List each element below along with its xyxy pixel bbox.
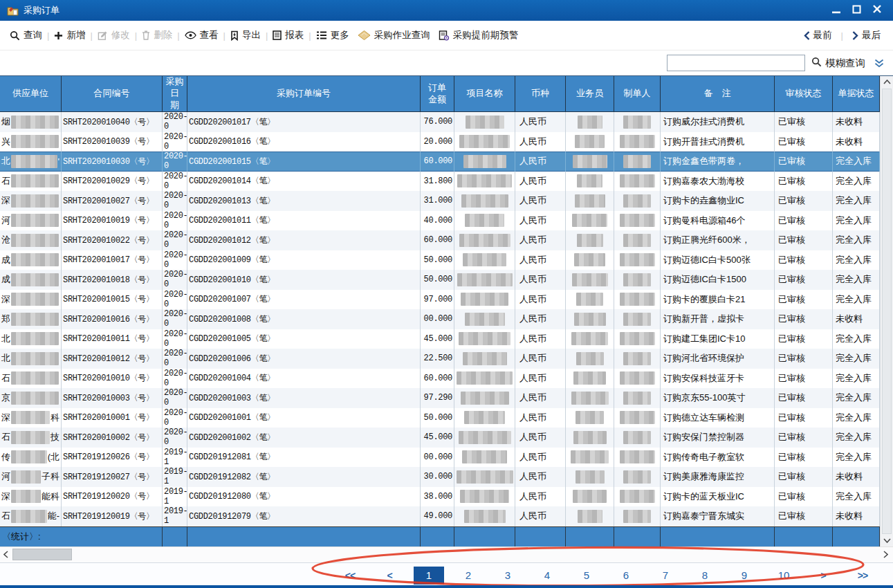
table-row[interactable]: 石SRHT2020010010〈号〉2020-0CGDD202001004〈笔〉…	[0, 369, 880, 389]
table-row[interactable]: 传(北SRHT2019120026〈号〉2019-1CGDD201912081〈…	[0, 448, 880, 468]
table-row[interactable]: 石SRHT2020010029〈号〉2020-0CGDD202001014〈笔〉…	[0, 172, 880, 192]
view-button[interactable]: 查看	[185, 29, 219, 42]
fuzzy-query-button[interactable]: 模糊查询	[811, 57, 865, 70]
expand-search-chevron-down-icon[interactable]	[874, 59, 885, 68]
redacted-text	[11, 332, 59, 345]
page-7-button[interactable]: 7	[650, 567, 681, 585]
statistics-row: 〈统计〉:	[0, 526, 880, 546]
cell-order-no: CGDD202001007〈笔〉	[187, 290, 421, 310]
column-header-audit-status[interactable]: 审核状态	[775, 76, 833, 112]
cell-currency: 人民币	[515, 349, 566, 369]
cell-purchase-date: 2020-0	[163, 408, 187, 428]
page-1-button[interactable]: 1	[414, 567, 444, 585]
table-row[interactable]: 河SRHT2020010019〈号〉2020-0CGDD202001011〈笔〉…	[0, 211, 880, 231]
cell-currency: 人民币	[515, 408, 566, 428]
query-button[interactable]: 查询	[10, 29, 42, 42]
cell-order-amount: 60.000	[421, 151, 454, 172]
cell-currency: 人民币	[515, 467, 566, 487]
cell-order-no: CGDD202001001〈笔〉	[187, 408, 421, 428]
search-input[interactable]	[667, 55, 805, 71]
supplier-visible-text: 传	[1, 451, 10, 463]
toolbar-button-label: 采购作业查询	[374, 29, 430, 42]
table-row[interactable]: 烟SRHT2020010040〈号〉2020-0CGDD202001017〈笔〉…	[0, 112, 880, 132]
column-header-doc-status[interactable]: 单据状态	[833, 76, 880, 112]
cell-order-amount: 45.000	[421, 428, 454, 448]
scroll-up-icon[interactable]	[881, 76, 893, 88]
maximize-button[interactable]	[852, 4, 861, 17]
column-header-order-no[interactable]: 采购订单编号	[187, 76, 421, 112]
horizontal-scrollbar[interactable]	[0, 546, 893, 562]
scroll-right-icon[interactable]	[880, 551, 891, 558]
cell-salesman	[566, 309, 614, 329]
minimize-button[interactable]	[831, 4, 841, 17]
cell-doc-status: 未收料	[833, 506, 880, 526]
table-row[interactable]: 成SRHT2020010018〈号〉2020-0CGDD202001010〈笔〉…	[0, 270, 880, 290]
cell-order-amount: 50.000	[421, 408, 454, 428]
purchase-job-query-button[interactable]: 采购作业查询	[358, 29, 430, 42]
export-button[interactable]: 导出	[230, 29, 261, 42]
cell-supplier: 深	[0, 191, 62, 211]
page-3-button[interactable]: 3	[492, 567, 523, 585]
table-row[interactable]: 京SRHT2020010003〈号〉2020-0CGDD202001003〈笔〉…	[0, 388, 880, 408]
report-button[interactable]: 报表	[273, 29, 304, 42]
page-5-button[interactable]: 5	[571, 567, 602, 585]
table-row[interactable]: 深SRHT2020010027〈号〉2020-0CGDD202001013〈笔〉…	[0, 191, 880, 211]
page-first-button[interactable]: <<	[335, 567, 365, 585]
page-8-button[interactable]: 8	[690, 567, 720, 585]
table-row[interactable]: 深科SRHT2020010001〈号〉2020-0CGDD202001001〈笔…	[0, 408, 880, 428]
more-button[interactable]: 更多	[316, 29, 349, 42]
page-last-button[interactable]: >>	[847, 567, 878, 585]
page-9-button[interactable]: 9	[729, 567, 759, 585]
cell-doc-maker	[614, 172, 661, 192]
page-next-button[interactable]: >	[808, 567, 838, 585]
cell-audit-status: 已审核	[775, 172, 833, 192]
cell-currency: 人民币	[515, 448, 566, 468]
cell-doc-maker	[614, 151, 661, 172]
supplier-visible-text: 成	[1, 273, 10, 286]
cell-purchase-date: 2020-0	[163, 211, 187, 231]
redacted-text	[578, 116, 602, 129]
table-row[interactable]: 石能-SRHT2019120019〈号〉2019-1CGDD201912079〈…	[0, 506, 880, 526]
table-row[interactable]: 郑SRHT2020010016〈号〉2020-0CGDD202001008〈笔〉…	[0, 309, 880, 329]
table-row[interactable]: 深SRHT2020010015〈号〉2020-0CGDD202001007〈笔〉…	[0, 290, 880, 310]
cell-contract-no: SRHT2019120026〈号〉	[62, 448, 163, 468]
doc-gear-icon	[439, 30, 450, 41]
lead-time-warning-button[interactable]: 采购提前期预警	[439, 29, 519, 42]
add-button[interactable]: 新增	[54, 29, 85, 42]
table-row-selected[interactable]: 北'SRHT2020010030〈号〉2020-0CGDD202001015〈笔…	[0, 151, 880, 172]
go-first-button[interactable]: 最前	[804, 29, 832, 42]
table-row[interactable]: 沧SRHT2020010022〈号〉2020-0CGDD202001012〈笔〉…	[0, 230, 880, 250]
page-prev-button[interactable]: <	[374, 567, 405, 585]
column-header-doc-maker[interactable]: 制单人	[614, 76, 661, 112]
column-header-salesman[interactable]: 业务员	[566, 76, 614, 112]
page-10-button[interactable]: 10	[768, 567, 799, 585]
close-button[interactable]	[872, 4, 882, 17]
scroll-down-icon[interactable]	[881, 535, 893, 546]
vertical-scrollbar[interactable]	[880, 76, 893, 546]
scroll-left-icon[interactable]	[0, 551, 11, 558]
table-row[interactable]: 河子科SRHT2019120027〈号〉2019-1CGDD201912082〈…	[0, 467, 880, 487]
column-header-currency[interactable]: 币种	[515, 76, 566, 112]
toolbar-button-label: 导出	[242, 29, 261, 42]
table-row[interactable]: 兴SRHT2020010039〈号〉2020-0CGDD202001016〈笔〉…	[0, 132, 880, 152]
table-row[interactable]: 深能科SRHT2019120020〈号〉2019-1CGDD201912080〈…	[0, 487, 880, 507]
column-header-order-amount[interactable]: 订单 金额	[421, 76, 454, 112]
go-last-button[interactable]: 最后	[852, 29, 881, 42]
statistics-cell	[661, 527, 775, 546]
column-header-purchase-date[interactable]: 采购日 期	[163, 76, 187, 112]
page-6-button[interactable]: 6	[611, 567, 641, 585]
cell-order-no: CGDD202001014〈笔〉	[187, 172, 421, 192]
column-header-contract-no[interactable]: 合同编号	[62, 76, 163, 112]
table-row[interactable]: 北SRHT2020010012〈号〉2020-0CGDD202001006〈笔〉…	[0, 349, 880, 369]
table-row[interactable]: 石技SRHT2020010002〈号〉2020-0CGDD202001002〈笔…	[0, 428, 880, 448]
table-row[interactable]: 北SRHT2020010011〈号〉2020-0CGDD202001005〈笔〉…	[0, 329, 880, 349]
vertical-scroll-thumb[interactable]	[882, 89, 892, 534]
column-header-remark[interactable]: 备 注	[661, 76, 775, 112]
horizontal-scroll-thumb[interactable]	[12, 549, 72, 560]
toolbar-button-label: 查询	[24, 29, 42, 42]
table-row[interactable]: 成SRHT2020010017〈号〉2020-0CGDD202001009〈笔〉…	[0, 250, 880, 270]
page-4-button[interactable]: 4	[532, 567, 562, 585]
page-2-button[interactable]: 2	[453, 567, 484, 585]
column-header-supplier[interactable]: 供应单位	[0, 76, 62, 112]
column-header-project-name[interactable]: 项目名称	[454, 76, 515, 112]
